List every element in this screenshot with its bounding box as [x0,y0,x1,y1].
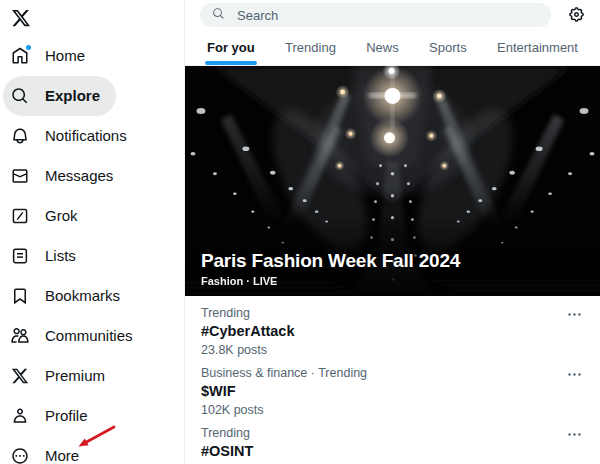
tab-sports[interactable]: Sports [429,29,467,65]
sidebar-item-label: Messages [45,167,113,185]
trend-context: Trending [201,305,566,321]
search-input[interactable] [235,7,539,24]
hero-category: Fashion · LIVE [201,274,460,288]
search-bar[interactable] [200,3,551,27]
settings-button[interactable] [568,6,586,24]
sidebar-item-premium[interactable]: Premium [3,356,121,396]
trend-list: Trending #CyberAttack 23.8K posts Busine… [185,296,600,464]
sidebar-item-label: Communities [45,327,133,345]
grok-icon [11,207,29,225]
tab-trending[interactable]: Trending [285,29,336,65]
more-options-button[interactable] [566,366,584,384]
sidebar-item-home[interactable]: Home [3,36,101,76]
home-notification-dot [26,45,31,50]
ellipsis-icon [566,306,584,323]
x-logo[interactable] [3,4,47,36]
sidebar-item-label: Grok [45,207,78,225]
trend-topic: #OSINT [201,442,566,461]
tab-news[interactable]: News [366,29,399,65]
explore-tabs: For you Trending News Sports Entertainme… [185,29,600,66]
trend-posts: 102K posts [201,402,566,418]
sidebar-item-label: Bookmarks [45,287,120,305]
trend-item[interactable]: Trending #OSINT [185,421,600,464]
trend-item[interactable]: Business & finance · Trending $WIF 102K … [185,361,600,421]
sidebar-item-grok[interactable]: Grok [3,196,94,236]
search-icon [11,87,29,105]
sidebar-item-communities[interactable]: Communities [3,316,149,356]
person-icon [11,407,29,425]
sidebar-item-explore[interactable]: Explore [3,76,116,116]
sidebar-item-label: Explore [45,87,100,105]
trending-hero-card[interactable]: Paris Fashion Week Fall 2024 Fashion · L… [185,66,600,296]
trend-body: Trending #CyberAttack 23.8K posts [201,305,566,358]
people-icon [11,327,29,345]
sidebar: Home Explore Notifications Messages Grok [0,0,184,464]
sidebar-item-label: Home [45,47,85,65]
trend-context: Trending [201,425,566,441]
x-icon [11,367,29,385]
tab-label: Sports [429,40,467,55]
sidebar-item-bookmarks[interactable]: Bookmarks [3,276,136,316]
sidebar-item-profile[interactable]: Profile [3,396,104,436]
list-icon [11,247,29,265]
sidebar-item-messages[interactable]: Messages [3,156,129,196]
trend-body: Business & finance · Trending $WIF 102K … [201,365,566,418]
x-logo-icon [11,8,31,32]
gear-icon [568,6,586,23]
tab-label: Trending [285,40,336,55]
bookmark-icon [11,287,29,305]
ellipsis-icon [566,426,584,443]
sidebar-item-more[interactable]: More [3,436,95,464]
sidebar-item-label: Profile [45,407,88,425]
trend-topic: #CyberAttack [201,322,566,341]
tab-label: For you [207,40,255,55]
sidebar-item-label: More [45,447,79,464]
tab-label: Entertainment [497,40,578,55]
sidebar-nav: Home Explore Notifications Messages Grok [3,36,184,464]
trend-topic: $WIF [201,382,566,401]
hero-text: Paris Fashion Week Fall 2024 Fashion · L… [201,249,460,288]
more-options-button[interactable] [566,306,584,324]
sidebar-item-lists[interactable]: Lists [3,236,92,276]
trend-body: Trending #OSINT [201,425,566,462]
tab-entertainment[interactable]: Entertainment [497,29,578,65]
trend-posts: 23.8K posts [201,342,566,358]
main-content: For you Trending News Sports Entertainme… [184,0,600,464]
more-options-button[interactable] [566,426,584,444]
tab-label: News [366,40,399,55]
sidebar-item-label: Lists [45,247,76,265]
ellipsis-icon [566,366,584,383]
trend-context: Business & finance · Trending [201,365,566,381]
search-header [185,0,600,29]
active-tab-indicator [205,61,257,65]
sidebar-item-notifications[interactable]: Notifications [3,116,143,156]
bell-icon [11,127,29,145]
sidebar-item-label: Premium [45,367,105,385]
trend-item[interactable]: Trending #CyberAttack 23.8K posts [185,301,600,361]
hero-title: Paris Fashion Week Fall 2024 [201,249,460,272]
more-circle-icon [11,447,29,464]
envelope-icon [11,167,29,185]
sidebar-item-label: Notifications [45,127,127,145]
search-icon [212,6,225,24]
tab-for-you[interactable]: For you [207,29,255,65]
home-icon [11,47,29,65]
